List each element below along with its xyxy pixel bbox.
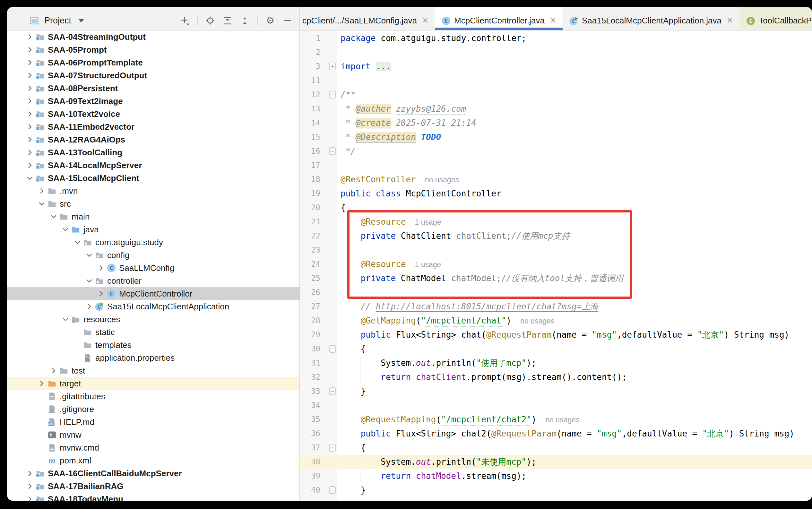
chevron-right-icon[interactable] <box>25 122 35 132</box>
chevron-down-icon[interactable] <box>25 173 35 183</box>
chevron-right-icon[interactable] <box>25 494 35 501</box>
settings-gear-button[interactable]: ⚙ <box>265 16 275 25</box>
line-number[interactable]: 11 <box>300 76 320 85</box>
tree-item[interactable]: SAA-12RAG4AiOps <box>7 133 299 146</box>
tree-item[interactable]: MDHELP.md <box>7 416 299 429</box>
line-number[interactable]: 23 <box>300 245 320 254</box>
code-line[interactable]: 22 private ChatClient chatClient;//使用mcp… <box>300 229 812 243</box>
code-line[interactable]: 18@RestControllerno usages <box>300 172 812 186</box>
tree-item[interactable]: target <box>7 377 299 390</box>
chevron-down-icon[interactable] <box>84 250 94 260</box>
line-number[interactable]: 19 <box>300 189 320 198</box>
code-line[interactable]: 15 * @Description TODO <box>300 130 812 144</box>
tree-item[interactable]: main <box>7 210 299 223</box>
chevron-right-icon[interactable] <box>84 302 94 311</box>
line-number[interactable]: 26 <box>300 288 320 297</box>
project-panel-title[interactable]: Project <box>44 16 71 26</box>
code-line[interactable]: 29 public Flux<String> chat(@RequestPara… <box>300 328 812 342</box>
code-line[interactable]: 11 <box>300 73 812 88</box>
fold-gutter[interactable]: − <box>320 144 337 158</box>
code-line[interactable]: 34 <box>300 398 812 412</box>
line-number[interactable]: 2 <box>300 48 320 57</box>
code-line[interactable]: 17 <box>300 158 812 172</box>
code-line[interactable]: 35 @RequestMapping("/mcpclient/chat2")no… <box>300 412 812 427</box>
editor-tab[interactable]: CSaa15LocalMcpClientApplication.java✕ <box>563 7 740 30</box>
line-number[interactable]: 18 <box>300 175 320 184</box>
line-number[interactable]: 34 <box>300 401 320 410</box>
fold-region-icon[interactable]: − <box>329 147 336 155</box>
tree-item[interactable]: SAA-10Text2voice <box>7 107 299 121</box>
fold-region-icon[interactable]: − <box>329 444 336 451</box>
chevron-right-icon[interactable] <box>25 161 35 170</box>
chevron-down-icon[interactable] <box>78 19 84 23</box>
line-number[interactable]: 1 <box>300 34 320 43</box>
tree-item[interactable]: static <box>7 326 299 339</box>
hide-panel-button[interactable] <box>283 16 293 25</box>
line-number[interactable]: 33 <box>300 387 320 396</box>
line-number[interactable]: 36 <box>300 429 320 438</box>
code-line[interactable]: 31 System.out.println("使用了mcp"); <box>300 356 812 370</box>
close-icon[interactable]: ✕ <box>422 16 429 25</box>
tree-item[interactable]: SAA-09Text2image <box>7 95 299 107</box>
tree-item[interactable]: com.atguigu.study <box>7 236 299 249</box>
line-number[interactable]: 25 <box>300 274 320 283</box>
fold-gutter[interactable]: + <box>320 59 337 73</box>
chevron-right-icon[interactable] <box>25 469 35 478</box>
code-line[interactable]: 36 public Flux<String> chat2(@RequestPar… <box>300 427 812 441</box>
code-line[interactable]: 37− { <box>300 441 812 455</box>
tree-item[interactable]: src <box>7 197 299 210</box>
tree-item[interactable]: SAA-04StreamingOutput <box>7 31 299 43</box>
tree-item[interactable]: SAA-16ClientCallBaiduMcpServer <box>7 467 299 480</box>
code-line[interactable]: 23 <box>300 243 812 257</box>
collapse-all-button[interactable] <box>240 16 250 25</box>
line-number[interactable]: 22 <box>300 231 320 240</box>
chevron-down-icon[interactable] <box>37 199 46 209</box>
code-line[interactable]: 16− */ <box>300 144 812 158</box>
tree-item[interactable]: CMcpClientController <box>7 287 299 300</box>
line-number[interactable]: 39 <box>300 471 320 480</box>
fold-gutter[interactable]: − <box>320 88 337 102</box>
chevron-down-icon[interactable] <box>61 314 70 324</box>
editor-tab[interactable]: cpClient/.../SaaLLMConfig.java✕ <box>300 7 435 30</box>
tree-item[interactable]: controller <box>7 274 299 287</box>
chevron-right-icon[interactable] <box>25 148 35 157</box>
close-icon[interactable]: ✕ <box>550 16 556 25</box>
code-line[interactable]: 20{ <box>300 201 812 215</box>
tree-item[interactable]: mvnw <box>7 429 299 441</box>
tree-item[interactable]: SAA-08Persistent <box>7 82 299 95</box>
tree-item[interactable]: SAA-11Embed2vector <box>7 121 299 133</box>
line-number[interactable]: 35 <box>300 415 320 424</box>
line-number[interactable]: 16 <box>300 147 320 156</box>
line-number[interactable]: 15 <box>300 133 320 141</box>
fold-gutter[interactable]: − <box>320 483 337 497</box>
fold-region-icon[interactable]: − <box>329 345 336 353</box>
line-number[interactable]: 21 <box>300 217 320 226</box>
close-icon[interactable]: ✕ <box>726 16 733 25</box>
chevron-right-icon[interactable] <box>25 135 35 144</box>
line-number[interactable]: 24 <box>300 260 320 269</box>
line-number[interactable]: 30 <box>300 344 320 353</box>
line-number[interactable]: 3 <box>300 62 320 71</box>
chevron-right-icon[interactable] <box>25 58 35 67</box>
code-line[interactable]: 1package com.atguigu.study.controller; <box>300 31 812 45</box>
editor-tab[interactable]: CMcpClientController.java✕ <box>435 7 563 30</box>
tree-item[interactable]: mpom.xml <box>7 454 299 467</box>
fold-expand-icon[interactable]: + <box>329 63 336 70</box>
line-number[interactable]: 32 <box>300 373 320 382</box>
add-button[interactable] <box>180 16 190 25</box>
tree-item[interactable]: .gitattributes <box>7 390 299 403</box>
code-line[interactable]: 26 <box>300 285 812 299</box>
fold-gutter[interactable]: − <box>320 384 337 398</box>
tree-item[interactable]: resources <box>7 313 299 326</box>
tree-item[interactable]: CSaaLLMConfig <box>7 262 299 274</box>
chevron-down-icon[interactable] <box>49 212 59 222</box>
code-line[interactable]: 21 @Resource1 usage <box>300 215 812 229</box>
code-line[interactable]: 19public class McpClientController <box>300 186 812 201</box>
editor-tab[interactable]: IToolCallbackProvider.class <box>740 7 812 30</box>
tree-item[interactable]: SAA-06PromptTemplate <box>7 56 299 69</box>
tree-item[interactable]: java <box>7 223 299 236</box>
code-line[interactable]: 14 * @create 2025-07-31 21:14 <box>300 116 812 130</box>
code-line[interactable]: 39 return chatModel.stream(msg); <box>300 469 812 483</box>
fold-gutter[interactable]: − <box>320 441 337 455</box>
chevron-right-icon[interactable] <box>25 45 35 55</box>
